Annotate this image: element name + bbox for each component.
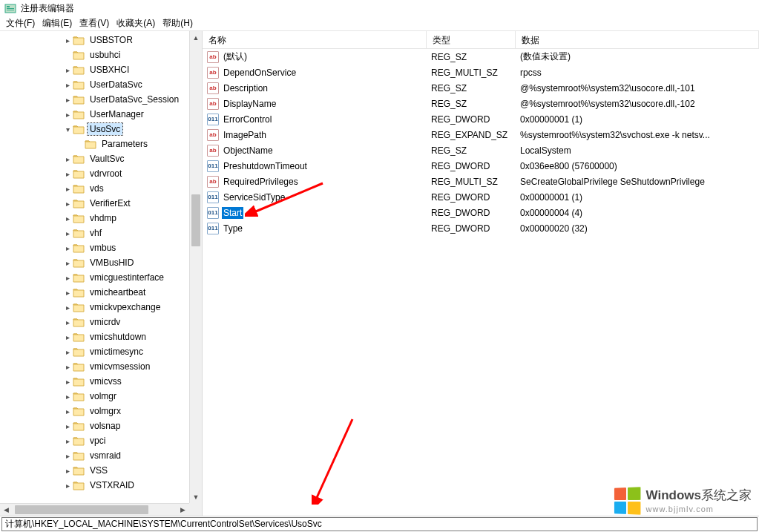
expand-icon[interactable]: ▸ — [62, 437, 73, 445]
tree-node[interactable]: ▸vdrvroot — [0, 166, 189, 181]
value-row[interactable]: 011TypeREG_DWORD0x00000020 (32) — [203, 220, 759, 236]
tree-node[interactable]: ▸vmicguestinterface — [0, 270, 189, 285]
column-header-type[interactable]: 类型 — [427, 31, 516, 48]
address-path[interactable] — [1, 517, 758, 531]
expand-icon[interactable]: ▸ — [62, 229, 73, 237]
expand-icon[interactable]: ▸ — [62, 289, 73, 297]
tree-scrollbar-vertical[interactable]: ▲ ▼ — [189, 31, 202, 503]
tree-node[interactable]: ▾UsoSvc — [0, 122, 189, 137]
tree-node[interactable]: ▸VaultSvc — [0, 151, 189, 166]
expand-icon[interactable]: ▸ — [62, 482, 73, 490]
tree-node[interactable]: ▸vmicrdv — [0, 315, 189, 329]
expand-icon[interactable]: ▸ — [62, 200, 73, 208]
value-row[interactable]: 011StartREG_DWORD0x00000004 (4) — [203, 205, 759, 220]
tree-node[interactable]: ▸volsnap — [0, 418, 189, 433]
value-row[interactable]: abImagePathREG_EXPAND_SZ%systemroot%\sys… — [203, 127, 759, 142]
value-data: 0x00000001 (1) — [516, 114, 759, 125]
value-row[interactable]: abDisplayNameREG_SZ@%systemroot%\system3… — [203, 96, 759, 111]
expand-icon[interactable]: ▸ — [62, 274, 73, 282]
scroll-thumb[interactable] — [191, 194, 200, 246]
value-row[interactable]: 011ErrorControlREG_DWORD0x00000001 (1) — [203, 111, 759, 127]
expand-icon[interactable]: ▸ — [62, 170, 73, 178]
tree-node[interactable]: ▸vsmraid — [0, 448, 189, 463]
tree-node[interactable]: usbuhci — [0, 47, 189, 62]
expand-icon[interactable]: ▸ — [62, 96, 73, 104]
tree-scrollbar-horizontal[interactable]: ◀ ▶ — [0, 503, 189, 516]
expand-icon[interactable]: ▸ — [62, 318, 73, 326]
expand-icon[interactable]: ▸ — [62, 348, 73, 356]
value-row[interactable]: ab(默认)REG_SZ(数值未设置) — [203, 49, 759, 65]
column-header-data[interactable]: 数据 — [516, 31, 759, 48]
tree-node[interactable]: ▸vhf — [0, 226, 189, 240]
expand-icon[interactable]: ▸ — [62, 393, 73, 401]
value-name: Description — [222, 82, 269, 94]
menu-help[interactable]: 帮助(H) — [160, 16, 196, 30]
tree-node[interactable]: ▸volmgr — [0, 389, 189, 404]
value-row[interactable]: 011ServiceSidTypeREG_DWORD0x00000001 (1) — [203, 189, 759, 205]
watermark-tag: 系统之家 — [701, 488, 752, 502]
tree-node[interactable]: ▸VMBusHID — [0, 255, 189, 270]
expand-icon[interactable]: ▸ — [62, 259, 73, 267]
scroll-left-icon[interactable]: ◀ — [0, 504, 13, 516]
expand-icon[interactable]: ▸ — [62, 244, 73, 252]
tree-node[interactable]: ▸USBXHCI — [0, 62, 189, 77]
scroll-down-icon[interactable]: ▼ — [190, 490, 202, 503]
expand-icon[interactable]: ▸ — [62, 333, 73, 341]
tree-node[interactable]: ▸volmgrx — [0, 404, 189, 418]
menu-file[interactable]: 文件(F) — [3, 16, 38, 30]
value-row[interactable]: abDependOnServiceREG_MULTI_SZrpcss — [203, 65, 759, 80]
expand-icon[interactable]: ▸ — [62, 452, 73, 460]
tree-node[interactable]: ▸vmictimesync — [0, 344, 189, 359]
expand-icon[interactable]: ▸ — [62, 422, 73, 430]
tree-node[interactable]: ▸vds — [0, 181, 189, 196]
tree-node[interactable]: ▸VSS — [0, 463, 189, 478]
tree-node[interactable]: Parameters — [0, 137, 189, 151]
tree-node[interactable]: ▸vmicvss — [0, 374, 189, 389]
expand-icon[interactable]: ▾ — [62, 125, 73, 134]
expand-icon[interactable]: ▸ — [62, 378, 73, 386]
expand-icon[interactable]: ▸ — [62, 214, 73, 223]
tree-node[interactable]: ▸VSTXRAID — [0, 478, 189, 493]
value-data: LocalSystem — [516, 145, 759, 156]
expand-icon[interactable]: ▸ — [62, 36, 73, 45]
tree-node[interactable]: ▸vmicshutdown — [0, 329, 189, 344]
tree-node[interactable]: ▸UserManager — [0, 107, 189, 122]
tree-node[interactable]: ▸VerifierExt — [0, 196, 189, 211]
scroll-up-icon[interactable]: ▲ — [190, 31, 202, 44]
tree-node[interactable]: ▸vpci — [0, 433, 189, 448]
column-header-name[interactable]: 名称 — [203, 31, 427, 48]
tree-node-label: vmicguestinterface — [88, 272, 166, 283]
tree-node[interactable]: ▸vmbus — [0, 240, 189, 255]
expand-icon[interactable]: ▸ — [62, 467, 73, 475]
expand-icon[interactable]: ▸ — [62, 111, 73, 119]
menu-view[interactable]: 查看(V) — [76, 16, 112, 30]
value-data: 0x036ee800 (57600000) — [516, 161, 759, 171]
menu-edit[interactable]: 编辑(E) — [39, 16, 75, 30]
tree-node-label: VaultSvc — [88, 153, 126, 165]
value-row[interactable]: abDescriptionREG_SZ@%systemroot%\system3… — [203, 80, 759, 96]
expand-icon[interactable]: ▸ — [62, 303, 73, 312]
expand-icon[interactable]: ▸ — [62, 407, 73, 416]
menu-favorites[interactable]: 收藏夹(A) — [114, 16, 158, 30]
tree-node[interactable]: ▸UserDataSvc — [0, 77, 189, 92]
scroll-right-icon[interactable]: ▶ — [177, 504, 189, 516]
value-row[interactable]: abObjectNameREG_SZLocalSystem — [203, 142, 759, 158]
expand-icon[interactable]: ▸ — [62, 155, 73, 163]
expand-icon[interactable]: ▸ — [62, 185, 73, 193]
tree-node[interactable]: ▸vmicvmsession — [0, 359, 189, 374]
value-type: REG_MULTI_SZ — [427, 68, 516, 78]
tree-node[interactable]: ▸vmickvpexchange — [0, 300, 189, 315]
expand-icon[interactable]: ▸ — [62, 81, 73, 89]
tree-node[interactable]: ▸USBSTOR — [0, 33, 189, 47]
expand-icon[interactable]: ▸ — [62, 363, 73, 371]
expand-icon[interactable]: ▸ — [62, 66, 73, 74]
list-body[interactable]: ab(默认)REG_SZ(数值未设置)abDependOnServiceREG_… — [203, 49, 759, 516]
value-row[interactable]: 011PreshutdownTimeoutREG_DWORD0x036ee800… — [203, 158, 759, 174]
tree-node[interactable]: ▸vmicheartbeat — [0, 285, 189, 300]
tree-node[interactable]: ▸UserDataSvc_Session — [0, 92, 189, 107]
scroll-thumb[interactable] — [15, 505, 148, 514]
value-row[interactable]: abRequiredPrivilegesREG_MULTI_SZSeCreate… — [203, 174, 759, 189]
tree-view[interactable]: ▸USBSTORusbuhci▸USBXHCI▸UserDataSvc▸User… — [0, 31, 189, 493]
tree-node[interactable]: ▸vhdmp — [0, 211, 189, 226]
value-name: PreshutdownTimeout — [222, 160, 309, 172]
